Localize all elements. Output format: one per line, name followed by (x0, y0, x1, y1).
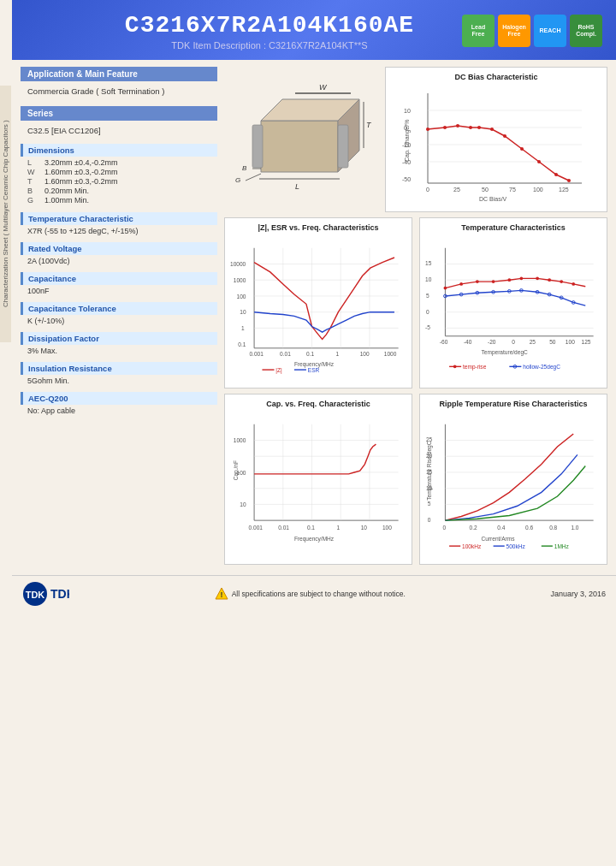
svg-text:B: B (242, 164, 247, 172)
svg-text:10: 10 (404, 108, 411, 114)
svg-text:-20: -20 (488, 339, 496, 345)
capacitance-tolerance-content: K (+/-10%) (21, 316, 217, 329)
svg-text:10: 10 (240, 309, 246, 315)
svg-text:0.4: 0.4 (497, 525, 505, 531)
svg-text:DC Bias/V: DC Bias/V (479, 196, 507, 202)
svg-text:ESR: ESR (308, 367, 320, 373)
aec-content: No: App cable (21, 406, 217, 418)
svg-point-102 (548, 278, 551, 282)
svg-rect-14 (252, 125, 263, 168)
impedance-title: |Z|, ESR vs. Freq. Characteristics (230, 223, 406, 232)
svg-text:0.001: 0.001 (249, 525, 264, 531)
svg-text:0.6: 0.6 (525, 525, 533, 531)
dc-bias-title: DC Bias Characteristic (391, 73, 601, 81)
svg-text:0.2: 0.2 (470, 525, 477, 531)
svg-text:!: ! (220, 590, 222, 599)
svg-text:0.1: 0.1 (238, 341, 246, 347)
svg-text:50: 50 (482, 187, 489, 193)
svg-text:1000: 1000 (384, 351, 397, 357)
header: C3216X7R2A104K160AE TDK Item Description… (12, 0, 616, 60)
svg-rect-15 (338, 125, 348, 168)
svg-point-43 (537, 160, 541, 163)
footer-warning: ! All specifications are subject to chan… (215, 587, 406, 601)
svg-text:0.8: 0.8 (549, 525, 557, 531)
svg-text:T: T (366, 121, 372, 129)
svg-text:15: 15 (425, 260, 432, 266)
svg-text:0: 0 (443, 525, 447, 531)
svg-text:100kHz: 100kHz (462, 543, 482, 549)
svg-text:5: 5 (428, 501, 431, 507)
svg-text:0: 0 (512, 339, 515, 345)
svg-text:0: 0 (428, 517, 431, 523)
svg-text:Frequency/MHz: Frequency/MHz (294, 536, 335, 543)
svg-text:25: 25 (530, 339, 536, 345)
footer: TDK TDK ! All specifications are subject… (12, 575, 616, 612)
svg-text:temp-rise: temp-rise (463, 364, 487, 371)
svg-text:1.0: 1.0 (571, 525, 578, 531)
svg-text:1000: 1000 (234, 277, 246, 283)
svg-text:1000: 1000 (234, 437, 246, 443)
svg-text:|Z|: |Z| (275, 367, 282, 374)
svg-line-13 (246, 174, 261, 181)
svg-text:TDK: TDK (26, 590, 45, 600)
svg-text:100: 100 (533, 187, 543, 193)
svg-text:1: 1 (336, 351, 340, 357)
svg-point-98 (492, 280, 495, 283)
footer-date: January 3, 2016 (550, 590, 606, 598)
capacitor-image: W T L B G (224, 67, 378, 204)
svg-text:1MHz: 1MHz (554, 543, 570, 549)
temperature-title: Temperature Characteristics (425, 223, 601, 232)
tdk-logo: TDK TDK (22, 581, 69, 607)
temperature-content: X7R (-55 to +125 degC, +/-15%) (21, 226, 217, 239)
svg-text:25: 25 (453, 187, 460, 193)
dimensions-specs: L3.20mm ±0.4,-0.2mm W1.60mm ±0.3,-0.2mm … (21, 157, 217, 209)
svg-text:-50: -50 (402, 176, 411, 182)
svg-text:0.01: 0.01 (280, 351, 291, 357)
temperature-header: Temperature Characteristic (21, 212, 217, 225)
svg-text:100: 100 (382, 525, 392, 531)
svg-text:500kHz: 500kHz (506, 543, 526, 549)
application-header: Application & Main Feature (21, 67, 217, 81)
dissipation-header: Dissipation Factor (21, 332, 217, 345)
svg-text:Cap. Change/%: Cap. Change/% (404, 120, 411, 162)
badge-rohs: RoHSCompl. (570, 15, 602, 47)
application-content: Commercia Grade ( Soft Termination ) (21, 84, 217, 101)
svg-point-41 (503, 134, 506, 138)
svg-point-38 (469, 126, 472, 129)
svg-text:10: 10 (361, 525, 368, 531)
svg-text:10: 10 (425, 276, 432, 282)
cap-freq-chart: Cap. vs. Freq. Characteristic (224, 394, 412, 565)
ripple-temp-title: Ripple Temperature Rise Characteristics (425, 400, 601, 408)
svg-text:Cap./nF: Cap./nF (233, 460, 240, 480)
header-title-block: C3216X7R2A104K160AE TDK Item Description… (77, 12, 462, 50)
svg-text:Current/Arms: Current/Arms (482, 536, 516, 542)
svg-point-40 (490, 128, 494, 131)
top-row: W T L B G (224, 67, 607, 212)
rated-voltage-content: 2A (100Vdc) (21, 256, 217, 269)
svg-text:0: 0 (426, 187, 429, 193)
temperature-chart: Temperature Characteristics 15 10 (419, 217, 607, 389)
svg-marker-0 (261, 121, 338, 172)
side-label: Characterization Sheet ( Multilayer Cera… (0, 86, 11, 342)
capacitance-tolerance-header: Capacitance Tolerance (21, 302, 217, 315)
rated-voltage-header: Rated Voltage (21, 242, 217, 255)
svg-point-96 (459, 282, 463, 286)
svg-text:10000: 10000 (230, 261, 246, 267)
svg-text:0.1: 0.1 (306, 351, 314, 357)
aec-header: AEC-Q200 (21, 392, 217, 405)
svg-text:125: 125 (582, 339, 591, 345)
header-subtitle: TDK Item Description : C3216X7R2A104KT**… (77, 40, 462, 50)
svg-text:TDK: TDK (50, 587, 69, 601)
svg-point-95 (444, 287, 447, 290)
dc-bias-chart: DC Bias Characteristic 10 0 -20 (385, 67, 607, 212)
svg-point-100 (519, 276, 523, 280)
badge-reach: REACH (534, 15, 566, 47)
svg-text:75: 75 (509, 187, 516, 193)
bottom-row: Cap. vs. Freq. Characteristic (224, 394, 607, 565)
right-area: W T L B G (224, 67, 607, 565)
badge-lead-free: LeadFree (462, 15, 495, 47)
svg-text:G: G (235, 176, 240, 184)
svg-point-116 (453, 365, 457, 368)
middle-row: |Z|, ESR vs. Freq. Characteristics (224, 217, 607, 389)
svg-text:Temperature/degC: Temperature/degC (482, 349, 528, 356)
